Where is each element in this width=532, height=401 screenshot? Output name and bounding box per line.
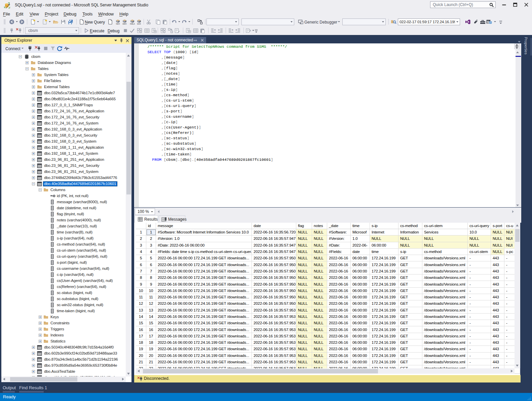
svg-text:NDX: NDX <box>116 23 120 25</box>
svg-text:DAX: DAX <box>137 23 141 25</box>
svg-text:DMX: DMX <box>122 23 127 25</box>
svg-text:XMLA: XMLA <box>130 23 135 25</box>
